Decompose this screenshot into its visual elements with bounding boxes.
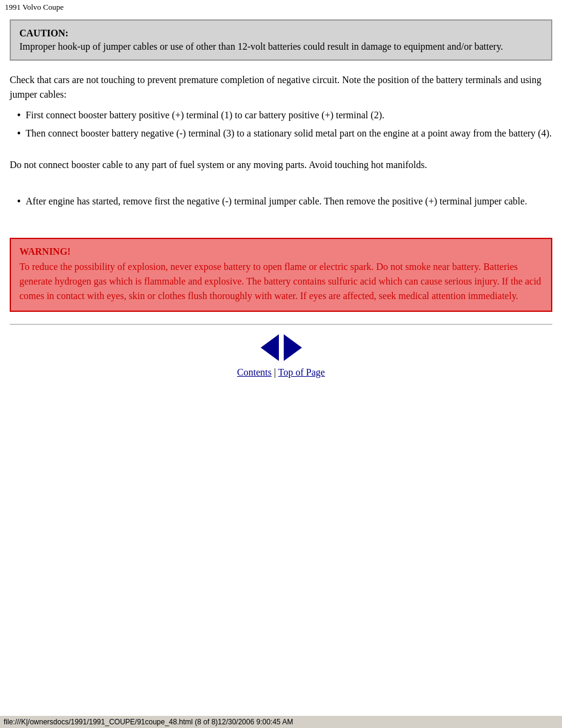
- caution-title: CAUTION:: [19, 28, 543, 39]
- warning-title: WARNING!: [19, 246, 543, 257]
- navigation-section: Contents | Top of Page: [10, 334, 552, 378]
- bullet-item-1-1: First connect booster battery positive (…: [15, 108, 552, 124]
- bullet-list-1: First connect booster battery positive (…: [15, 108, 552, 142]
- caution-box: CAUTION: Improper hook-up of jumper cabl…: [10, 19, 552, 61]
- bullet-item-1-2: Then connect booster battery negative (-…: [15, 126, 552, 142]
- bullet-list-2: After engine has started, remove first t…: [15, 194, 552, 210]
- page-title: 1991 Volvo Coupe: [5, 2, 64, 12]
- nav-arrows: [261, 334, 302, 361]
- status-bar: file:///K|/ownersdocs/1991/1991_COUPE/91…: [0, 716, 562, 728]
- next-arrow-icon[interactable]: [284, 334, 302, 361]
- contents-link[interactable]: Contents: [237, 367, 272, 377]
- top-of-page-link[interactable]: Top of Page: [278, 367, 325, 377]
- warning-box: WARNING! To reduce the possibility of ex…: [10, 238, 552, 312]
- status-text: file:///K|/ownersdocs/1991/1991_COUPE/91…: [4, 718, 293, 726]
- warning-text: To reduce the possibility of explosion, …: [19, 260, 543, 303]
- nav-links: Contents | Top of Page: [237, 367, 325, 378]
- paragraph1: Check that cars are not touching to prev…: [10, 73, 552, 102]
- horizontal-divider: [10, 324, 552, 325]
- title-bar: 1991 Volvo Coupe: [0, 0, 562, 15]
- main-content: CAUTION: Improper hook-up of jumper cabl…: [0, 15, 562, 388]
- bullet-item-2-1: After engine has started, remove first t…: [15, 194, 552, 210]
- prev-arrow-icon[interactable]: [261, 334, 279, 361]
- paragraph2: Do not connect booster cable to any part…: [10, 158, 552, 172]
- nav-separator: |: [274, 367, 276, 377]
- caution-text: Improper hook-up of jumper cables or use…: [19, 41, 543, 52]
